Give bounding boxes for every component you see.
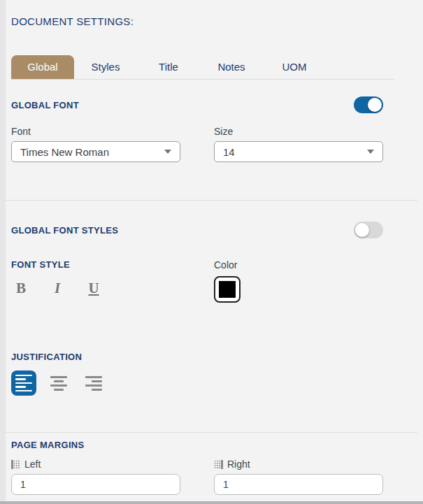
tab-title[interactable]: Title (137, 55, 200, 79)
global-font-styles-toggle[interactable] (354, 222, 383, 238)
margin-left-icon (11, 460, 20, 469)
color-field-label: Color (214, 259, 383, 271)
bold-button[interactable]: B (11, 278, 31, 298)
right-margin-label: Right (227, 459, 250, 470)
tab-uom[interactable]: UOM (263, 55, 326, 79)
align-left-button[interactable] (11, 370, 36, 396)
global-font-header-row: GLOBAL FONT (11, 96, 383, 113)
chevron-down-icon (367, 150, 374, 154)
section-divider (6, 432, 417, 433)
global-font-toggle[interactable] (354, 96, 383, 113)
tab-notes[interactable]: Notes (200, 55, 263, 79)
align-center-button[interactable] (46, 370, 71, 396)
global-font-styles-section-label: GLOBAL FONT STYLES (11, 225, 118, 236)
global-font-section-label: GLOBAL FONT (11, 100, 79, 110)
margin-right-icon (214, 460, 223, 469)
left-margin-input[interactable] (11, 474, 180, 495)
font-color-picker[interactable] (214, 276, 241, 303)
bottom-scrollbar[interactable] (0, 501, 423, 504)
tab-styles[interactable]: Styles (74, 55, 137, 79)
left-margin-label: Left (24, 459, 41, 470)
font-dropdown[interactable]: Times New Roman (11, 141, 180, 162)
tab-bar: Global Styles Title Notes UOM (11, 55, 394, 80)
tab-global[interactable]: Global (11, 55, 74, 79)
size-dropdown-value: 14 (223, 146, 235, 158)
page-margins-section-label: PAGE MARGINS (11, 440, 389, 450)
font-style-buttons: B I U (11, 278, 180, 298)
justification-buttons (11, 370, 389, 396)
justification-section-label: JUSTIFICATION (11, 352, 389, 362)
global-font-styles-header-row: GLOBAL FONT STYLES (11, 222, 383, 238)
toggle-knob (355, 223, 369, 237)
font-color-swatch (219, 281, 236, 298)
font-style-section-label: FONT STYLE (11, 259, 180, 270)
toggle-knob (368, 98, 382, 112)
document-settings-panel: DOCUMENT SETTINGS: Global Styles Title N… (6, 0, 423, 501)
font-size-row: Font Times New Roman Size 14 (11, 126, 383, 162)
font-dropdown-value: Times New Roman (20, 146, 109, 158)
left-gutter (0, 0, 6, 504)
font-style-row: FONT STYLE B I U Color (11, 259, 383, 303)
section-divider (6, 200, 417, 201)
underline-button[interactable]: U (84, 278, 103, 298)
page-title: DOCUMENT SETTINGS: (11, 15, 389, 27)
right-margin-input[interactable] (214, 474, 383, 495)
chevron-down-icon (164, 150, 171, 154)
align-right-button[interactable] (81, 370, 106, 396)
font-field-label: Font (11, 126, 180, 137)
size-dropdown[interactable]: 14 (214, 141, 383, 162)
size-field-label: Size (214, 126, 383, 137)
page-margins-row: Left Right (11, 459, 383, 495)
italic-button[interactable]: I (48, 278, 67, 298)
